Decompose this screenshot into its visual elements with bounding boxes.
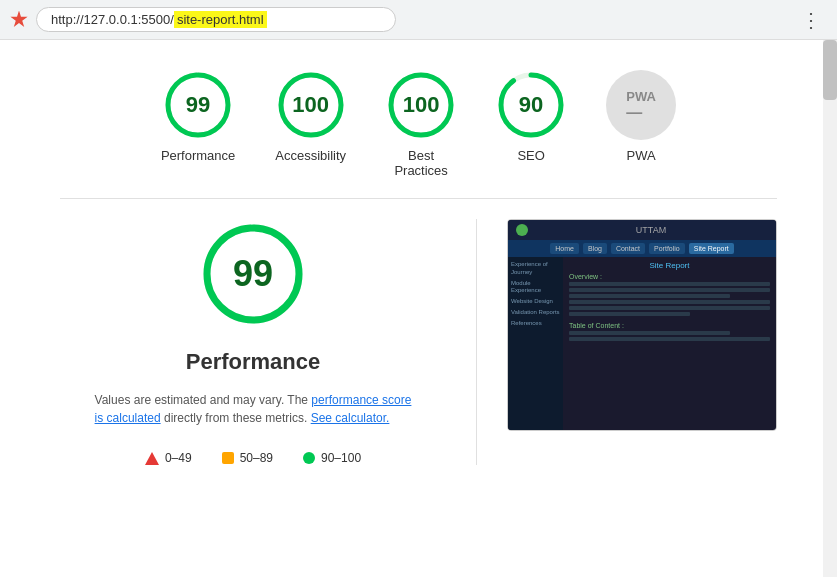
sidebar-topic-1: Experience of Journey bbox=[511, 261, 560, 277]
ss-toc-title: Table of Content : bbox=[569, 322, 770, 329]
sidebar-topic-5: References bbox=[511, 320, 560, 328]
screenshot-panel: UTTAM Home Blog Contact Portfolio Site R… bbox=[507, 219, 777, 431]
score-item-accessibility: 100 Accessibility bbox=[275, 70, 346, 178]
score-number-accessibility: 100 bbox=[292, 92, 329, 118]
scrollbar-track bbox=[823, 40, 837, 577]
ss-line-6 bbox=[569, 312, 690, 316]
score-item-seo: 90 SEO bbox=[496, 70, 566, 178]
nav-sitereport: Site Report bbox=[689, 243, 734, 254]
url-prefix: http://127.0.0.1:5500/ bbox=[51, 12, 174, 27]
scrollbar-thumb[interactable] bbox=[823, 40, 837, 100]
url-highlighted: site-report.html bbox=[174, 11, 267, 28]
legend-dot-green bbox=[303, 452, 315, 464]
score-number-performance: 99 bbox=[186, 92, 210, 118]
vertical-divider bbox=[476, 219, 477, 465]
legend-item-orange: 50–89 bbox=[222, 451, 273, 465]
see-calculator-link[interactable]: See calculator. bbox=[311, 411, 390, 425]
big-score-number: 99 bbox=[233, 253, 273, 295]
sidebar-topic-3: Website Design bbox=[511, 298, 560, 306]
browser-bar: http://127.0.0.1:5500/site-report.html ⋮ bbox=[0, 0, 837, 40]
score-item-pwa: PWA— PWA bbox=[606, 70, 676, 178]
score-item-performance: 99 Performance bbox=[161, 70, 235, 178]
divider bbox=[60, 198, 777, 199]
legend-range-green: 90–100 bbox=[321, 451, 361, 465]
nav-blog: Blog bbox=[583, 243, 607, 254]
screenshot-sidebar: Experience of Journey Module Experience … bbox=[508, 257, 563, 430]
score-label-best-practices: BestPractices bbox=[394, 148, 447, 178]
pwa-label-inner: PWA— bbox=[626, 89, 656, 122]
ss-line-1 bbox=[569, 282, 770, 286]
ss-line-2 bbox=[569, 288, 770, 292]
ss-main-heading: Site Report bbox=[569, 261, 770, 270]
sidebar-topic-4: Validation Reports bbox=[511, 309, 560, 317]
legend-item-red: 0–49 bbox=[145, 451, 192, 465]
description-text: Values are estimated and may vary. The p… bbox=[95, 391, 412, 427]
score-number-seo: 90 bbox=[519, 92, 543, 118]
big-score-circle: 99 bbox=[198, 219, 308, 329]
legend-range-orange: 50–89 bbox=[240, 451, 273, 465]
favicon-small bbox=[516, 224, 528, 236]
screenshot-body: Experience of Journey Module Experience … bbox=[508, 257, 776, 430]
ss-line-3 bbox=[569, 294, 730, 298]
score-circle-best-practices: 100 bbox=[386, 70, 456, 140]
bottom-section: 99 Performance Values are estimated and … bbox=[60, 219, 777, 465]
screenshot-topbar: UTTAM bbox=[508, 220, 776, 240]
score-item-best-practices: 100 BestPractices bbox=[386, 70, 456, 178]
score-number-best-practices: 100 bbox=[403, 92, 440, 118]
legend-item-green: 90–100 bbox=[303, 451, 361, 465]
screenshot-inner: UTTAM Home Blog Contact Portfolio Site R… bbox=[508, 220, 776, 430]
pwa-circle: PWA— bbox=[606, 70, 676, 140]
score-label-pwa: PWA bbox=[627, 148, 656, 163]
main-content: 99 Performance 100 Accessibility 1 bbox=[0, 40, 837, 485]
sidebar-topic-2: Module Experience bbox=[511, 280, 560, 296]
legend-dot-orange bbox=[222, 452, 234, 464]
url-bar[interactable]: http://127.0.0.1:5500/site-report.html bbox=[36, 7, 396, 32]
screenshot-main: Site Report Overview : Table of Content … bbox=[563, 257, 776, 430]
ss-line-5 bbox=[569, 306, 770, 310]
score-label-accessibility: Accessibility bbox=[275, 148, 346, 163]
nav-home: Home bbox=[550, 243, 579, 254]
more-icon[interactable]: ⋮ bbox=[795, 8, 827, 32]
ss-line-7 bbox=[569, 331, 730, 335]
legend-icon-red bbox=[145, 452, 159, 465]
ss-overview-title: Overview : bbox=[569, 273, 770, 280]
site-title-small: UTTAM bbox=[534, 225, 768, 235]
description-plain: Values are estimated and may vary. The bbox=[95, 393, 312, 407]
scores-row: 99 Performance 100 Accessibility 1 bbox=[60, 70, 777, 178]
description-mid: directly from these metrics. bbox=[161, 411, 311, 425]
nav-portfolio: Portfolio bbox=[649, 243, 685, 254]
screenshot-nav: Home Blog Contact Portfolio Site Report bbox=[508, 240, 776, 257]
ss-line-4 bbox=[569, 300, 770, 304]
legend-range-red: 0–49 bbox=[165, 451, 192, 465]
score-circle-performance: 99 bbox=[163, 70, 233, 140]
legend: 0–49 50–89 90–100 bbox=[145, 451, 361, 465]
score-circle-seo: 90 bbox=[496, 70, 566, 140]
score-circle-accessibility: 100 bbox=[276, 70, 346, 140]
ss-line-8 bbox=[569, 337, 770, 341]
security-icon bbox=[10, 11, 28, 29]
score-label-seo: SEO bbox=[517, 148, 544, 163]
left-panel: 99 Performance Values are estimated and … bbox=[60, 219, 446, 465]
score-label-performance: Performance bbox=[161, 148, 235, 163]
nav-contact: Contact bbox=[611, 243, 645, 254]
big-score-label: Performance bbox=[186, 349, 321, 375]
